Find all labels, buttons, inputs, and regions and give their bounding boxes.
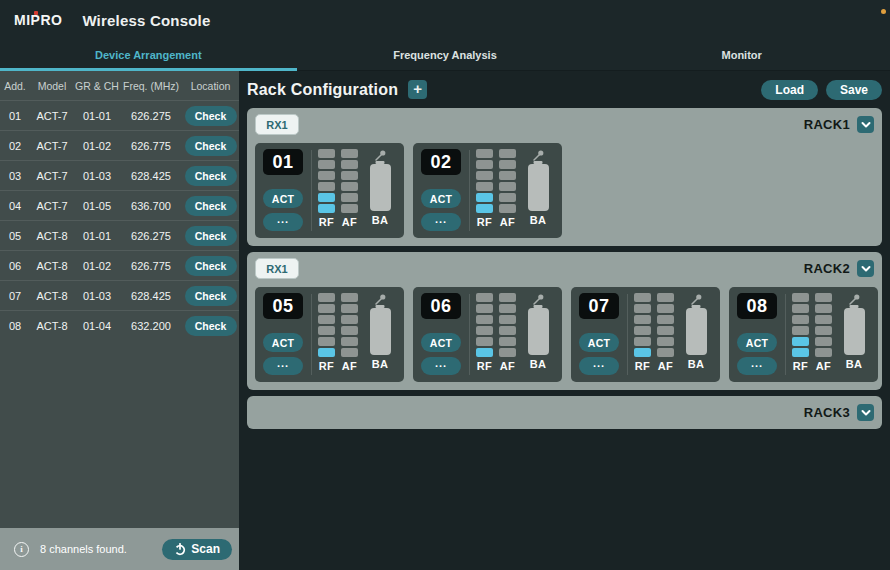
meter-segment [318, 326, 335, 335]
more-options-button[interactable]: ... [263, 357, 303, 375]
meter-segment [476, 293, 493, 302]
column-header-model: Model [30, 80, 74, 92]
rf-label: RF [477, 360, 492, 372]
column-header-gr-ch: GR & CH [74, 80, 120, 92]
device-card: 01 ACT ... RF AF BA [255, 143, 404, 238]
meter-segment [318, 315, 335, 324]
ba-label: BA [688, 358, 705, 370]
act-button[interactable]: ACT [263, 333, 303, 352]
check-button[interactable]: Check [185, 166, 237, 186]
brand-text: MIPRO [14, 12, 62, 28]
cell-gr-ch: 01-02 [74, 140, 120, 152]
load-button[interactable]: Load [761, 80, 818, 100]
check-button[interactable]: Check [185, 196, 237, 216]
af-label: AF [658, 360, 673, 372]
meter-segment [318, 293, 335, 302]
rack-panel: RX1 RACK2 05 ACT ... RF AF [247, 252, 882, 390]
device-card-controls: 08 ACT ... [735, 293, 781, 376]
check-button[interactable]: Check [185, 136, 237, 156]
rf-meter: RF [476, 149, 493, 228]
meter-segment [318, 304, 335, 313]
battery-column: BA [526, 149, 550, 226]
tab-frequency-analysis[interactable]: Frequency Analysis [297, 40, 594, 70]
device-card: 06 ACT ... RF AF BA [413, 287, 562, 382]
act-button[interactable]: ACT [421, 189, 461, 208]
act-button[interactable]: ACT [737, 333, 777, 352]
meter-segment [657, 337, 674, 346]
af-label: AF [500, 360, 515, 372]
af-label: AF [816, 360, 831, 372]
meter-segment [318, 193, 335, 202]
cell-model: ACT-7 [30, 200, 74, 212]
collapse-rack-button[interactable] [857, 404, 874, 421]
af-meter: AF [499, 149, 516, 228]
tab-device-arrangement[interactable]: Device Arrangement [0, 40, 297, 70]
act-button[interactable]: ACT [263, 189, 303, 208]
check-button[interactable]: Check [185, 106, 237, 126]
rf-meter-segments [792, 293, 809, 357]
meter-segment [499, 204, 516, 213]
af-meter-segments [341, 293, 358, 357]
status-bar: i 8 channels found. Scan [0, 528, 239, 570]
check-button[interactable]: Check [185, 316, 237, 336]
af-meter: AF [341, 293, 358, 372]
scan-label: Scan [191, 542, 220, 556]
device-number: 07 [579, 293, 619, 319]
meter-segment [815, 348, 832, 357]
device-number: 01 [263, 149, 303, 175]
battery-column: BA [368, 149, 392, 226]
battery-column: BA [684, 293, 708, 370]
check-button[interactable]: Check [185, 226, 237, 246]
cell-model: ACT-7 [30, 140, 74, 152]
rack-name: RACK3 [804, 405, 850, 420]
card-divider [469, 150, 470, 231]
check-button[interactable]: Check [185, 256, 237, 276]
more-options-button[interactable]: ... [263, 213, 303, 231]
cell-frequency: 632.200 [120, 320, 182, 332]
meter-segment [476, 337, 493, 346]
meter-segment [499, 182, 516, 191]
wireless-console-app: MIPRO Wireless Console Device Arrangemen… [0, 0, 890, 570]
table-row: 01 ACT-7 01-01 626.275 Check [0, 100, 239, 130]
rf-meter: RF [476, 293, 493, 372]
more-options-button[interactable]: ... [737, 357, 777, 375]
cell-gr-ch: 01-03 [74, 290, 120, 302]
ba-label: BA [372, 358, 389, 370]
add-rack-button[interactable]: + [408, 80, 427, 99]
meter-segment [634, 304, 651, 313]
device-cards: 01 ACT ... RF AF BA [255, 143, 874, 238]
top-bar: MIPRO Wireless Console [0, 0, 890, 40]
rf-meter: RF [792, 293, 809, 372]
cell-address: 04 [0, 200, 30, 212]
act-button[interactable]: ACT [421, 333, 461, 352]
rx-tag[interactable]: RX1 [255, 258, 299, 279]
meters: RF AF BA [318, 293, 392, 376]
af-label: AF [500, 216, 515, 228]
device-card-controls: 02 ACT ... [419, 149, 465, 232]
page-title: Rack Configuration [247, 81, 398, 99]
af-label: AF [342, 216, 357, 228]
more-options-button[interactable]: ... [579, 357, 619, 375]
more-options-button[interactable]: ... [421, 357, 461, 375]
meter-segment [318, 182, 335, 191]
cell-gr-ch: 01-04 [74, 320, 120, 332]
more-options-button[interactable]: ... [421, 213, 461, 231]
tab-monitor[interactable]: Monitor [593, 40, 890, 70]
rack-panel: RACK3 [247, 396, 882, 429]
card-divider [785, 294, 786, 375]
act-button[interactable]: ACT [579, 333, 619, 352]
rack-name: RACK2 [804, 261, 850, 276]
ba-label: BA [530, 214, 547, 226]
table-row: 04 ACT-7 01-05 636.700 Check [0, 190, 239, 220]
rack-header: RX1 RACK2 [255, 257, 874, 280]
rx-tag[interactable]: RX1 [255, 114, 299, 135]
save-button[interactable]: Save [826, 80, 882, 100]
check-button[interactable]: Check [185, 286, 237, 306]
collapse-rack-button[interactable] [857, 116, 874, 133]
rack-header: RACK3 [255, 402, 874, 423]
collapse-rack-button[interactable] [857, 260, 874, 277]
meter-segment [499, 348, 516, 357]
meter-segment [341, 149, 358, 158]
meter-segment [318, 337, 335, 346]
scan-button[interactable]: Scan [162, 539, 232, 560]
